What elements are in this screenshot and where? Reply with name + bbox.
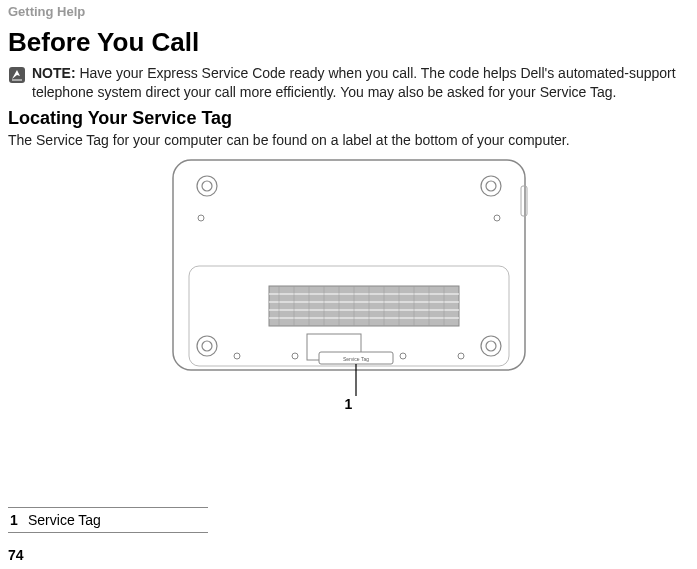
legend-label: Service Tag <box>28 512 101 528</box>
legend: 1 Service Tag <box>8 507 208 533</box>
svg-point-16 <box>458 353 464 359</box>
svg-point-5 <box>197 176 217 196</box>
svg-point-9 <box>197 336 217 356</box>
svg-point-18 <box>494 215 500 221</box>
breadcrumb: Getting Help <box>8 0 689 19</box>
note-text: NOTE: Have your Express Service Code rea… <box>32 64 689 102</box>
note-label: NOTE: <box>32 65 76 81</box>
svg-point-12 <box>486 341 496 351</box>
svg-point-13 <box>234 353 240 359</box>
svg-rect-4 <box>521 186 527 216</box>
sub-heading: Locating Your Service Tag <box>8 108 689 129</box>
svg-point-17 <box>198 215 204 221</box>
svg-point-10 <box>202 341 212 351</box>
body-text: The Service Tag for your computer can be… <box>8 131 689 150</box>
note-block: NOTE: Have your Express Service Code rea… <box>8 64 689 102</box>
note-icon <box>8 66 26 84</box>
diagram-container: Service Tag 1 <box>8 156 689 416</box>
svg-point-6 <box>202 181 212 191</box>
legend-num: 1 <box>10 512 28 528</box>
note-body: Have your Express Service Code ready whe… <box>32 65 676 100</box>
svg-point-14 <box>292 353 298 359</box>
svg-rect-19 <box>269 286 459 326</box>
svg-point-11 <box>481 336 501 356</box>
svg-point-7 <box>481 176 501 196</box>
diagram-tag-text: Service Tag <box>342 356 368 362</box>
svg-rect-2 <box>173 160 525 370</box>
svg-point-8 <box>486 181 496 191</box>
callout-number: 1 <box>345 396 353 412</box>
svg-point-15 <box>400 353 406 359</box>
laptop-bottom-diagram: Service Tag 1 <box>169 156 529 416</box>
page-number: 74 <box>8 547 24 563</box>
page-title: Before You Call <box>8 27 689 58</box>
